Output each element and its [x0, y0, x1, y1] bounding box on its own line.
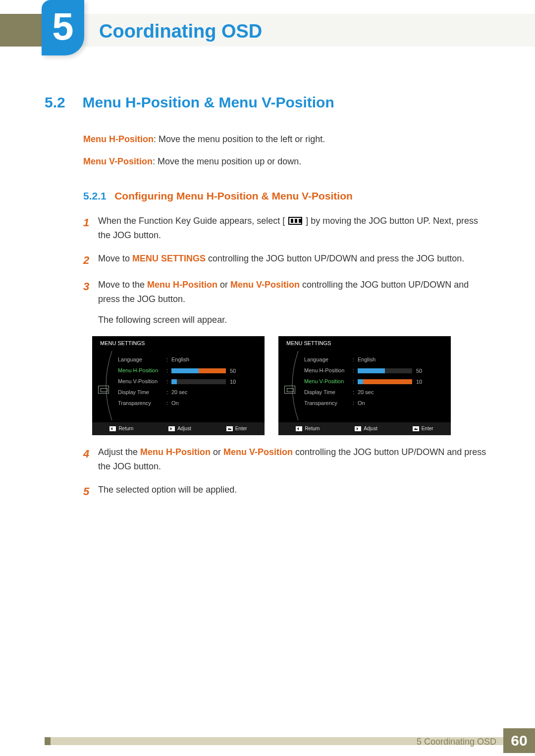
- osd-panel-hpos: MENU SETTINGS Language:English Menu H-Po…: [92, 336, 265, 435]
- step-3: 3 Move to the Menu H-Position or Menu V-…: [83, 278, 490, 327]
- step-number: 3: [83, 278, 98, 327]
- step4-mid: or: [211, 447, 223, 457]
- step4-a: Adjust the: [98, 447, 140, 457]
- osd-row-dtime: Display Time:20 sec: [304, 387, 446, 398]
- osd-value: English: [358, 356, 446, 362]
- step-1: 1 When the Function Key Guide appears, s…: [83, 214, 490, 243]
- osd-footer: Return Adjust Enter: [92, 422, 265, 435]
- osd-row-vpos: Menu V-Position: 10: [118, 376, 260, 387]
- slider-bar: [171, 368, 226, 373]
- osd-label: Display Time: [118, 389, 166, 395]
- foot-adjust: Adjust: [355, 426, 377, 432]
- osd-label: Menu H-Position: [304, 367, 353, 373]
- osd-footer: Return Adjust Enter: [278, 422, 451, 435]
- osd-value: On: [358, 400, 446, 406]
- osd-label: Menu H-Position: [118, 367, 166, 373]
- osd-row-dtime: Display Time:20 sec: [118, 387, 260, 398]
- osd-value: 50: [416, 368, 422, 374]
- osd-row-language: Language:English: [304, 354, 446, 365]
- foot-return: Return: [109, 426, 133, 432]
- step3-mid: or: [217, 280, 230, 290]
- osd-value: 20 sec: [171, 389, 260, 395]
- page-number: 60: [503, 728, 535, 753]
- foot-enter: Enter: [226, 426, 247, 432]
- step3-c: The following screen will appear.: [98, 313, 490, 327]
- osd-row-trans: Transparency:On: [118, 398, 260, 408]
- subsection-title: Configuring Menu H-Position & Menu V-Pos…: [114, 190, 353, 202]
- subsection-number: 5.2.1: [83, 190, 107, 202]
- step-number: 2: [83, 252, 98, 269]
- step3-hl1: Menu H-Position: [147, 280, 217, 290]
- osd-value: On: [171, 400, 260, 406]
- osd-label: Transparency: [118, 400, 166, 406]
- menu-icon: [288, 217, 302, 225]
- foot-adjust: Adjust: [168, 426, 191, 432]
- osd-label: Transparency: [304, 400, 353, 406]
- step-number: 1: [83, 214, 98, 243]
- osd-title: MENU SETTINGS: [100, 340, 260, 346]
- svg-rect-0: [109, 426, 116, 431]
- intro-block: Menu H-Position: Move the menu position …: [83, 133, 490, 168]
- osd-label: Menu V-Position: [118, 378, 166, 384]
- svg-rect-3: [296, 426, 302, 431]
- step4-hl1: Menu H-Position: [140, 447, 211, 457]
- chapter-number-badge: 5: [42, 0, 84, 55]
- slider-bar: [171, 379, 226, 384]
- page-footer: 5 Coordinating OSD 60: [0, 728, 535, 756]
- intro-v-label: Menu V-Position: [83, 156, 153, 166]
- section-number: 5.2: [45, 94, 80, 111]
- step-5: 5 The selected option will be applied.: [83, 483, 490, 500]
- osd-value: English: [171, 356, 260, 362]
- osd-value: 10: [416, 379, 422, 385]
- osd-side-graphic: [283, 354, 304, 413]
- osd-label: Language: [304, 356, 353, 362]
- monitor-icon: [284, 386, 295, 394]
- osd-row-vpos-active: Menu V-Position: 10: [304, 376, 446, 387]
- foot-enter: Enter: [413, 426, 433, 432]
- step1-a: When the Function Key Guide appears, sel…: [98, 216, 285, 226]
- osd-label: Menu V-Position: [304, 378, 353, 384]
- section-title: Menu H-Position & Menu V-Position: [82, 94, 334, 111]
- step4-hl2: Menu V-Position: [223, 447, 293, 457]
- osd-title: MENU SETTINGS: [286, 340, 446, 346]
- osd-value: 20 sec: [358, 389, 446, 395]
- step3-hl2: Menu V-Position: [230, 280, 300, 290]
- intro-h-desc: : Move the menu position to the left or …: [154, 134, 325, 144]
- osd-row-hpos-active: Menu H-Position: 50: [118, 365, 260, 376]
- step2-hl: MENU SETTINGS: [132, 253, 206, 263]
- osd-row-hpos: Menu H-Position: 50: [304, 365, 446, 376]
- osd-panel-vpos: MENU SETTINGS Language:English Menu H-Po…: [278, 336, 451, 435]
- section-heading: 5.2 Menu H-Position & Menu V-Position: [45, 94, 490, 111]
- step-number: 5: [83, 483, 98, 500]
- osd-side-graphic: [97, 354, 118, 413]
- osd-row-language: Language:English: [118, 354, 260, 365]
- footer-title: 5 Coordinating OSD: [417, 737, 496, 747]
- slider-bar: [358, 368, 412, 373]
- step2-a: Move to: [98, 253, 132, 263]
- subsection-heading: 5.2.1 Configuring Menu H-Position & Menu…: [83, 190, 490, 202]
- chapter-title: Coordinating OSD: [99, 21, 262, 42]
- step-2: 2 Move to MENU SETTINGS controlling the …: [83, 252, 490, 269]
- footer-cap: [45, 737, 51, 745]
- osd-label: Language: [118, 356, 166, 362]
- step3-a: Move to the: [98, 280, 147, 290]
- step5-text: The selected option will be applied.: [98, 483, 490, 500]
- osd-label: Display Time: [304, 389, 353, 395]
- monitor-icon: [98, 386, 109, 394]
- intro-v-desc: : Move the menu position up or down.: [153, 156, 301, 166]
- osd-value: 10: [230, 379, 236, 385]
- intro-h-label: Menu H-Position: [83, 134, 154, 144]
- step2-b: controlling the JOG button UP/DOWN and p…: [206, 253, 464, 263]
- step-number: 4: [83, 445, 98, 474]
- step-4: 4 Adjust the Menu H-Position or Menu V-P…: [83, 445, 490, 474]
- foot-return: Return: [296, 426, 320, 432]
- slider-bar: [358, 379, 412, 384]
- osd-row-trans: Transparency:On: [304, 398, 446, 408]
- osd-value: 50: [230, 368, 236, 374]
